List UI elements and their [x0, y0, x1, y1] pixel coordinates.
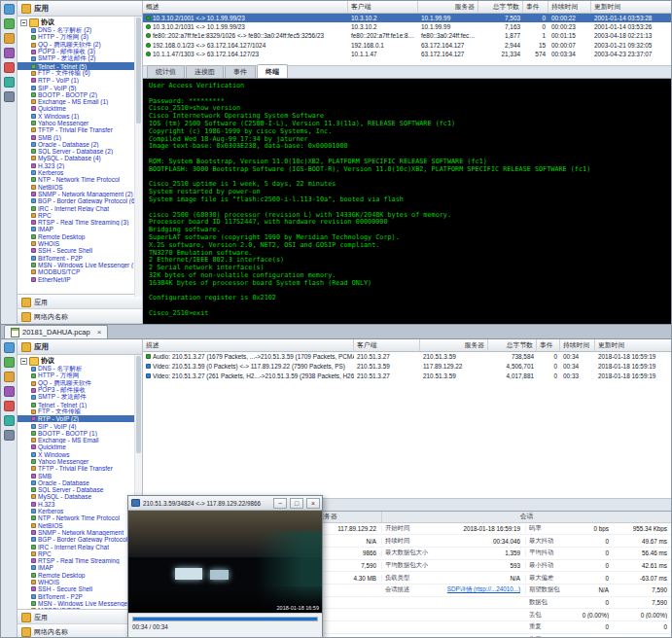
sidebar-item-protocol[interactable]: DNS - 名字解析 — [18, 366, 142, 372]
media-stream-row[interactable]: Audio: 210.51.3.27 (1679 Packets, ...->2… — [143, 352, 672, 362]
connection-row[interactable]: 10.3.10.2/1031 <-> 10.1.99.99/23 10.3.10… — [143, 22, 672, 31]
sidebar-item-protocol[interactable]: IMAP — [18, 226, 142, 232]
maximize-button[interactable]: □ — [290, 498, 303, 509]
sidebar-item-protocol[interactable]: IRC - Internet Relay Chat — [18, 543, 142, 549]
sidebar-item-protocol[interactable]: NTP - Network Time Protocol — [18, 176, 142, 183]
sidebar-item-protocol[interactable]: TFTP - Trivial File Transfer — [18, 465, 142, 472]
sidebar-item-protocol[interactable]: RTP - VoIP (2) — [18, 415, 142, 422]
video-window-titlebar[interactable]: 210.51.3.59/34824 <-> 117.89.129.22/9866… — [128, 496, 322, 511]
sidebar-item-protocol[interactable]: RTP - VoIP (1) — [18, 77, 142, 84]
sidebar-item-protocol[interactable]: Oracle - Database — [18, 479, 142, 486]
dashboard-icon[interactable] — [4, 342, 15, 353]
sidebar-scrollbar[interactable] — [134, 17, 142, 297]
protocol-icon[interactable] — [4, 48, 15, 58]
summary-icon[interactable] — [4, 18, 15, 29]
connection-row[interactable]: fe80::202:a7ff:fe1e:8329/1026 <-> fe80::… — [143, 31, 672, 40]
view-tab[interactable]: 终端 — [257, 64, 288, 78]
sidebar-item-protocol[interactable]: Kerberos — [18, 169, 142, 176]
sidebar-item-protocol[interactable]: IMAP — [18, 564, 142, 571]
sidebar-item-protocol[interactable]: EtherNet/IP — [18, 275, 142, 282]
column-header[interactable]: 更新时间 — [595, 339, 672, 352]
sidebar-item-protocol[interactable]: MSN - Windows Live Messenger — [18, 600, 142, 607]
sidebar-item-protocol[interactable]: Remote Desktop — [18, 233, 142, 240]
sidebar-item-protocol[interactable]: SMB — [18, 472, 142, 478]
sidebar-item-protocol[interactable]: SIP - VoIP (4) — [18, 422, 142, 429]
protocol-tree-root[interactable]: 协议 — [18, 356, 142, 366]
sidebar-view-button[interactable]: 网络内名称 — [18, 309, 142, 324]
column-header[interactable]: 描述 — [143, 339, 354, 352]
sidebar-item-protocol[interactable]: NTP - Network Time Protocol — [18, 514, 142, 521]
sidebar-item-protocol[interactable]: POP3 - 邮件接收 (3) — [18, 49, 142, 55]
sidebar-item-protocol[interactable]: DNS - 名字解析 (2) — [18, 27, 142, 34]
sidebar-item-protocol[interactable]: RPC — [18, 212, 142, 219]
media-stream-row[interactable]: Video: 210.51.3.59 (0 Packets) <-> 117.8… — [143, 362, 672, 372]
sidebar-item-protocol[interactable]: MySQL - Database (4) — [18, 155, 142, 161]
sidebar-item-protocol[interactable]: Yahoo Messenger — [18, 458, 142, 465]
sidebar-item-protocol[interactable]: RTSP - Real Time Streaming — [18, 557, 142, 564]
sidebar-item-protocol[interactable]: BOOTP - BOOTP (1) — [18, 430, 142, 437]
sidebar-item-protocol[interactable]: Exchange - MS Email — [18, 437, 142, 443]
sidebar-item-protocol[interactable]: Remote Desktop — [18, 572, 142, 579]
sidebar-item-protocol[interactable]: MySQL - Database — [18, 493, 142, 500]
conversation-icon[interactable] — [4, 62, 15, 73]
protocol-icon[interactable] — [4, 386, 15, 397]
stat-value-session[interactable]: SDP详情 (rtsp://...24010...) — [441, 585, 526, 594]
sidebar-item-protocol[interactable]: H.323 (2) — [18, 162, 142, 169]
sidebar-item-protocol[interactable]: HTTP - 万维网 (3) — [18, 34, 142, 41]
dashboard-icon[interactable] — [4, 4, 15, 15]
matrix-icon[interactable] — [4, 415, 15, 426]
column-header[interactable]: 持续时间 — [560, 339, 595, 352]
sidebar-item-protocol[interactable]: Telnet - Telnet (5) — [18, 62, 142, 69]
sidebar-view-button[interactable]: 应用 — [18, 295, 142, 309]
collapse-icon[interactable] — [20, 19, 27, 26]
column-header[interactable]: 总字节数 — [478, 1, 523, 14]
sidebar-item-protocol[interactable]: HTTP - 万维网 — [18, 372, 142, 379]
stat-value-session[interactable]: 1,359 — [441, 549, 526, 556]
connection-row[interactable]: 10.1.1.47/1303 <-> 63.172.164.127/23 10.… — [143, 50, 672, 58]
view-tab[interactable]: 事件 — [225, 65, 256, 78]
column-header[interactable]: 概述 — [143, 1, 348, 14]
sidebar-item-protocol[interactable]: Exchange - MS Email (1) — [18, 98, 142, 105]
view-tab[interactable]: 连接图 — [186, 65, 224, 78]
sidebar-item-protocol[interactable]: RTSP - Real Time Streaming (3) — [18, 219, 142, 226]
stat-value-session[interactable]: 00:34.046 — [441, 538, 526, 545]
sidebar-item-protocol[interactable]: SNMP - Network Management (2) — [18, 191, 142, 197]
document-tab-pcap[interactable]: 20181_DAHUA.pcap × — [4, 325, 108, 338]
telnet-terminal-output[interactable]: User Access VerificationPassword: ******… — [143, 79, 672, 324]
close-tab-icon[interactable]: × — [97, 329, 102, 337]
sidebar-item-protocol[interactable]: TFTP - Trivial File Transfer — [18, 126, 142, 133]
column-header[interactable]: 客户端 — [348, 1, 418, 14]
sidebar-item-protocol[interactable]: SQL Server - Database — [18, 486, 142, 493]
matrix-icon[interactable] — [4, 77, 15, 88]
sidebar-item-protocol[interactable]: QQ - 腾讯聊天软件 — [18, 380, 142, 387]
scrollbar-thumb[interactable] — [136, 356, 141, 453]
sidebar-item-protocol[interactable]: BitTorrent - P2P — [18, 593, 142, 600]
protocol-tree-root[interactable]: 协议 — [18, 18, 142, 27]
sidebar-view-button[interactable]: 网络内名称 — [18, 624, 142, 638]
sidebar-item-protocol[interactable]: Yahoo Messenger — [18, 120, 142, 126]
seek-bar[interactable] — [132, 617, 318, 621]
sidebar-item-protocol[interactable]: Quicktime — [18, 105, 142, 112]
conversation-icon[interactable] — [4, 401, 15, 411]
sidebar-item-protocol[interactable]: Kerberos — [18, 508, 142, 514]
column-header[interactable]: 服务器 — [420, 339, 488, 352]
media-stream-row[interactable]: Video: 210.51.3.27 (261 Packets, H2...->… — [143, 372, 672, 381]
diagnosis-icon[interactable] — [4, 372, 15, 382]
sidebar-item-protocol[interactable]: X Windows (1) — [18, 113, 142, 120]
close-button[interactable]: × — [306, 498, 320, 509]
sidebar-item-protocol[interactable]: WHOIS — [18, 240, 142, 247]
sidebar-item-protocol[interactable]: Oracle - Database (2) — [18, 141, 142, 148]
sidebar-item-protocol[interactable]: BitTorrent - P2P — [18, 255, 142, 262]
sidebar-item-protocol[interactable]: BGP - Border Gateway Protocol (6) — [18, 197, 142, 204]
sidebar-item-protocol[interactable]: WHOIS — [18, 579, 142, 585]
sidebar-item-protocol[interactable]: MSN - Windows Live Messenger ( — [18, 262, 142, 268]
sidebar-item-protocol[interactable]: IRC - Internet Relay Chat — [18, 204, 142, 211]
connection-row[interactable]: 10.3.10.2/1001 <-> 10.1.99.99/23 10.3.10… — [143, 14, 672, 22]
stat-value-session[interactable]: 2018-01-18 16:59:19 — [441, 525, 526, 532]
sidebar-item-protocol[interactable]: NetBIOS — [18, 184, 142, 191]
sidebar-item-protocol[interactable]: RPC — [18, 550, 142, 557]
sidebar-item-protocol[interactable]: FTP - 文件传输 (6) — [18, 70, 142, 77]
sidebar-item-protocol[interactable]: NetBIOS — [18, 522, 142, 529]
column-header[interactable]: 事件 — [523, 1, 548, 14]
sidebar-item-protocol[interactable]: SIP - VoIP (5) — [18, 84, 142, 90]
